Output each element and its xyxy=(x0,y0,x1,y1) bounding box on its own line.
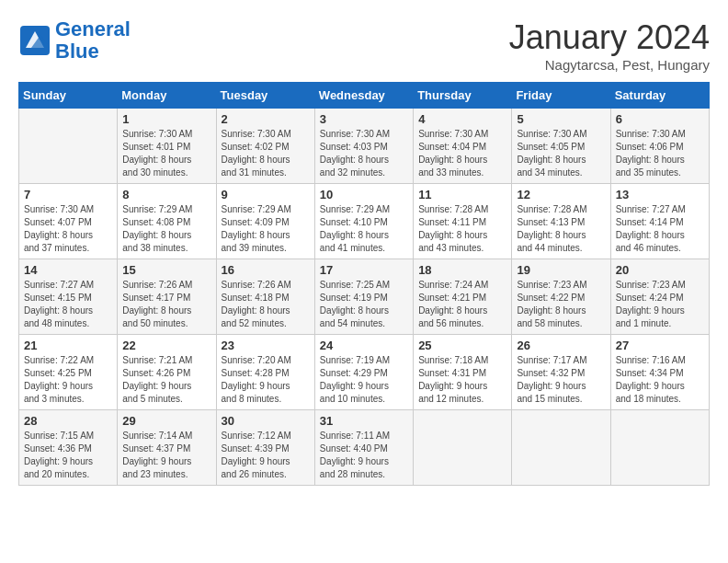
day-number: 30 xyxy=(222,414,310,428)
calendar-day-14: 14Sunrise: 7:27 AM Sunset: 4:15 PM Dayli… xyxy=(19,259,118,335)
calendar-day-16: 16Sunrise: 7:26 AM Sunset: 4:18 PM Dayli… xyxy=(216,259,314,335)
day-content: Sunrise: 7:26 AM Sunset: 4:18 PM Dayligh… xyxy=(222,279,310,330)
calendar-day-9: 9Sunrise: 7:29 AM Sunset: 4:09 PM Daylig… xyxy=(216,184,314,259)
day-content: Sunrise: 7:29 AM Sunset: 4:09 PM Dayligh… xyxy=(222,203,310,255)
calendar-week-row: 21Sunrise: 7:22 AM Sunset: 4:25 PM Dayli… xyxy=(19,335,710,410)
day-number: 23 xyxy=(222,339,310,352)
day-number: 10 xyxy=(320,188,408,201)
day-content: Sunrise: 7:20 AM Sunset: 4:28 PM Dayligh… xyxy=(222,354,310,406)
calendar-empty-cell xyxy=(19,109,118,184)
day-number: 28 xyxy=(24,414,112,428)
day-content: Sunrise: 7:27 AM Sunset: 4:14 PM Dayligh… xyxy=(616,203,704,255)
calendar-week-row: 7Sunrise: 7:30 AM Sunset: 4:07 PM Daylig… xyxy=(19,184,710,259)
calendar-day-4: 4Sunrise: 7:30 AM Sunset: 4:04 PM Daylig… xyxy=(414,109,512,184)
day-content: Sunrise: 7:30 AM Sunset: 4:07 PM Dayligh… xyxy=(24,203,112,255)
day-content: Sunrise: 7:19 AM Sunset: 4:29 PM Dayligh… xyxy=(320,354,408,406)
day-number: 8 xyxy=(122,188,210,201)
calendar-day-21: 21Sunrise: 7:22 AM Sunset: 4:25 PM Dayli… xyxy=(19,335,118,410)
day-content: Sunrise: 7:28 AM Sunset: 4:13 PM Dayligh… xyxy=(517,203,605,255)
logo-icon xyxy=(18,24,51,57)
day-content: Sunrise: 7:30 AM Sunset: 4:04 PM Dayligh… xyxy=(418,128,506,179)
calendar-day-8: 8Sunrise: 7:29 AM Sunset: 4:08 PM Daylig… xyxy=(118,184,216,259)
day-number: 4 xyxy=(418,112,506,126)
day-number: 29 xyxy=(122,414,210,428)
calendar-day-29: 29Sunrise: 7:14 AM Sunset: 4:37 PM Dayli… xyxy=(118,410,216,486)
weekday-header-wednesday: Wednesday xyxy=(314,83,413,109)
logo-line1: General xyxy=(55,17,131,40)
day-content: Sunrise: 7:23 AM Sunset: 4:24 PM Dayligh… xyxy=(616,279,704,330)
day-number: 12 xyxy=(517,188,605,201)
day-number: 20 xyxy=(616,263,704,277)
weekday-header-friday: Friday xyxy=(512,83,610,109)
calendar-day-1: 1Sunrise: 7:30 AM Sunset: 4:01 PM Daylig… xyxy=(118,109,216,184)
day-number: 6 xyxy=(616,112,704,126)
weekday-header-row: SundayMondayTuesdayWednesdayThursdayFrid… xyxy=(19,83,710,109)
day-content: Sunrise: 7:14 AM Sunset: 4:37 PM Dayligh… xyxy=(122,430,210,481)
calendar-week-row: 1Sunrise: 7:30 AM Sunset: 4:01 PM Daylig… xyxy=(19,109,710,184)
calendar-day-25: 25Sunrise: 7:18 AM Sunset: 4:31 PM Dayli… xyxy=(414,335,512,410)
title-area: January 2024 Nagytarcsa, Pest, Hungary xyxy=(509,18,710,73)
weekday-header-sunday: Sunday xyxy=(19,83,118,109)
calendar-day-20: 20Sunrise: 7:23 AM Sunset: 4:24 PM Dayli… xyxy=(610,259,709,335)
day-number: 2 xyxy=(222,112,310,126)
calendar-day-7: 7Sunrise: 7:30 AM Sunset: 4:07 PM Daylig… xyxy=(19,184,118,259)
calendar-day-23: 23Sunrise: 7:20 AM Sunset: 4:28 PM Dayli… xyxy=(216,335,314,410)
calendar-day-6: 6Sunrise: 7:30 AM Sunset: 4:06 PM Daylig… xyxy=(610,109,709,184)
day-number: 5 xyxy=(517,112,605,126)
logo-line2: Blue xyxy=(55,40,99,63)
day-content: Sunrise: 7:21 AM Sunset: 4:26 PM Dayligh… xyxy=(122,354,210,406)
day-content: Sunrise: 7:24 AM Sunset: 4:21 PM Dayligh… xyxy=(418,279,506,330)
day-content: Sunrise: 7:30 AM Sunset: 4:01 PM Dayligh… xyxy=(122,128,210,179)
calendar-day-3: 3Sunrise: 7:30 AM Sunset: 4:03 PM Daylig… xyxy=(314,109,413,184)
calendar-body: 1Sunrise: 7:30 AM Sunset: 4:01 PM Daylig… xyxy=(19,109,710,486)
calendar-week-row: 28Sunrise: 7:15 AM Sunset: 4:36 PM Dayli… xyxy=(19,410,710,486)
calendar-day-30: 30Sunrise: 7:12 AM Sunset: 4:39 PM Dayli… xyxy=(216,410,314,486)
calendar-day-11: 11Sunrise: 7:28 AM Sunset: 4:11 PM Dayli… xyxy=(414,184,512,259)
day-number: 19 xyxy=(517,263,605,277)
day-number: 22 xyxy=(122,339,210,352)
day-content: Sunrise: 7:30 AM Sunset: 4:03 PM Dayligh… xyxy=(320,128,408,179)
day-number: 21 xyxy=(24,339,112,352)
page-header: General Blue January 2024 Nagytarcsa, Pe… xyxy=(18,18,710,73)
day-number: 11 xyxy=(418,188,506,201)
calendar-day-17: 17Sunrise: 7:25 AM Sunset: 4:19 PM Dayli… xyxy=(314,259,413,335)
day-number: 16 xyxy=(222,263,310,277)
month-title: January 2024 xyxy=(509,18,710,57)
day-number: 17 xyxy=(320,263,408,277)
calendar-day-28: 28Sunrise: 7:15 AM Sunset: 4:36 PM Dayli… xyxy=(19,410,118,486)
calendar-day-26: 26Sunrise: 7:17 AM Sunset: 4:32 PM Dayli… xyxy=(512,335,610,410)
weekday-header-saturday: Saturday xyxy=(610,83,709,109)
calendar-day-15: 15Sunrise: 7:26 AM Sunset: 4:17 PM Dayli… xyxy=(118,259,216,335)
location: Nagytarcsa, Pest, Hungary xyxy=(509,57,710,73)
day-number: 14 xyxy=(24,263,112,277)
day-number: 9 xyxy=(222,188,310,201)
day-number: 31 xyxy=(320,414,408,428)
calendar-table: SundayMondayTuesdayWednesdayThursdayFrid… xyxy=(18,82,710,486)
day-content: Sunrise: 7:29 AM Sunset: 4:10 PM Dayligh… xyxy=(320,203,408,255)
day-content: Sunrise: 7:17 AM Sunset: 4:32 PM Dayligh… xyxy=(517,354,605,406)
day-number: 24 xyxy=(320,339,408,352)
weekday-header-thursday: Thursday xyxy=(414,83,512,109)
calendar-day-13: 13Sunrise: 7:27 AM Sunset: 4:14 PM Dayli… xyxy=(610,184,709,259)
day-content: Sunrise: 7:28 AM Sunset: 4:11 PM Dayligh… xyxy=(418,203,506,255)
weekday-header-tuesday: Tuesday xyxy=(216,83,314,109)
day-number: 7 xyxy=(24,188,112,201)
calendar-day-10: 10Sunrise: 7:29 AM Sunset: 4:10 PM Dayli… xyxy=(314,184,413,259)
calendar-week-row: 14Sunrise: 7:27 AM Sunset: 4:15 PM Dayli… xyxy=(19,259,710,335)
calendar-day-12: 12Sunrise: 7:28 AM Sunset: 4:13 PM Dayli… xyxy=(512,184,610,259)
day-number: 15 xyxy=(122,263,210,277)
day-content: Sunrise: 7:22 AM Sunset: 4:25 PM Dayligh… xyxy=(24,354,112,406)
day-number: 3 xyxy=(320,112,408,126)
day-content: Sunrise: 7:26 AM Sunset: 4:17 PM Dayligh… xyxy=(122,279,210,330)
day-content: Sunrise: 7:18 AM Sunset: 4:31 PM Dayligh… xyxy=(418,354,506,406)
day-number: 26 xyxy=(517,339,605,352)
day-number: 13 xyxy=(616,188,704,201)
day-number: 25 xyxy=(418,339,506,352)
day-number: 1 xyxy=(122,112,210,126)
calendar-empty-cell xyxy=(512,410,610,486)
logo-text: General Blue xyxy=(55,18,131,63)
logo: General Blue xyxy=(18,18,131,63)
calendar-day-31: 31Sunrise: 7:11 AM Sunset: 4:40 PM Dayli… xyxy=(314,410,413,486)
day-content: Sunrise: 7:23 AM Sunset: 4:22 PM Dayligh… xyxy=(517,279,605,330)
calendar-day-19: 19Sunrise: 7:23 AM Sunset: 4:22 PM Dayli… xyxy=(512,259,610,335)
